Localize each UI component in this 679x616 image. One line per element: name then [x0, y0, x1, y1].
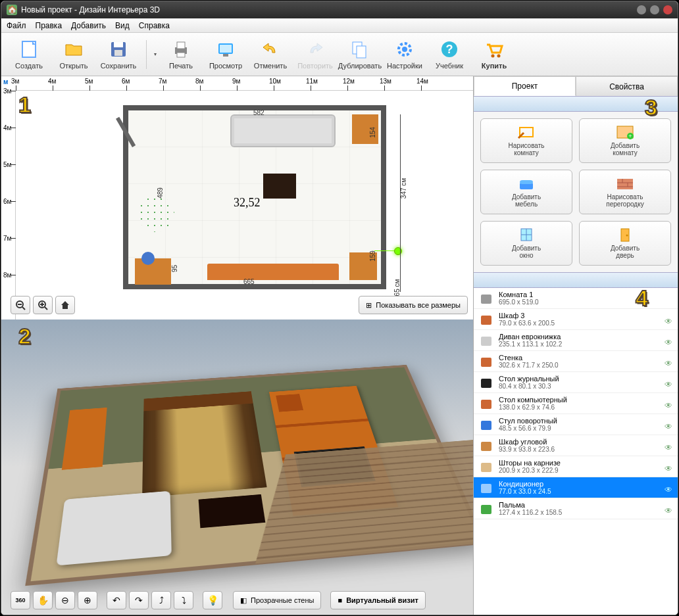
callout-2: 2 [18, 323, 47, 352]
svg-rect-42 [481, 316, 491, 325]
zoom-out-3d-button[interactable]: ⊖ [55, 591, 75, 609]
dim-l-small: 95 [171, 265, 178, 272]
visibility-toggle[interactable]: 👁 [665, 485, 672, 494]
svg-rect-46 [481, 400, 491, 409]
visibility-toggle[interactable]: 👁 [665, 317, 672, 326]
lighting-button[interactable]: 💡 [203, 591, 222, 609]
help-button[interactable]: ?Учебник [427, 35, 472, 74]
home-button[interactable] [55, 296, 75, 314]
undo-button[interactable]: Отменить [248, 35, 293, 74]
menu-Правка[interactable]: Правка [36, 21, 63, 30]
toolbar-dropdown[interactable]: ▾ [152, 51, 159, 57]
view-3d[interactable]: 2 360 ✋ ⊖ [1, 320, 473, 615]
object-item[interactable]: Шкаф угловой93.9 x 93.8 x 223.6👁 [474, 435, 678, 456]
save-button[interactable]: Сохранить [96, 35, 141, 74]
object-item[interactable]: Стол журнальный80.4 x 80.1 x 30.3👁 [474, 372, 678, 393]
door-2d[interactable] [132, 114, 185, 147]
rotate-right-button[interactable]: ↷ [129, 591, 149, 609]
sofa-top-2d[interactable] [230, 114, 336, 147]
object-icon [479, 460, 493, 474]
settings-icon [394, 39, 415, 60]
pan-button[interactable]: ✋ [33, 591, 53, 609]
preview-button[interactable]: Просмотр [203, 35, 248, 74]
svg-rect-31 [617, 179, 633, 189]
svg-rect-47 [481, 421, 491, 430]
open-button[interactable]: Открыть [51, 35, 96, 74]
room-floorplan[interactable]: 32,52 582 665 489 95 [123, 105, 386, 289]
object-item[interactable]: Пальма127.4 x 116.2 x 158.5👁 [474, 498, 678, 519]
plan-view-2d[interactable]: 1 м 3м4м5м6м7м8м9м10м11м12м13м14м 3м4м5м… [1, 76, 473, 320]
object-dimensions: 200.9 x 20.3 x 222.9 [499, 467, 672, 474]
add-furniture-button[interactable]: Добавитьмебель [480, 170, 572, 214]
visibility-toggle[interactable]: 👁 [665, 380, 672, 389]
object-item[interactable]: Шторы на карнизе200.9 x 20.3 x 222.9👁 [474, 456, 678, 477]
app-icon: 🏠 [7, 5, 17, 15]
titlebar: 🏠 Новый проект - Дизайн Интерьера 3D [1, 1, 678, 18]
control-handle[interactable] [394, 247, 402, 255]
visibility-toggle[interactable]: 👁 [665, 422, 672, 431]
svg-rect-8 [220, 45, 232, 53]
plant-2d[interactable] [138, 196, 174, 232]
rotate-left-button[interactable]: ↶ [107, 591, 126, 609]
redo-button[interactable]: Повторить [293, 35, 338, 74]
chair-2d[interactable] [141, 252, 155, 265]
object-item[interactable]: Кондиционер77.0 x 33.0 x 24.5👁 [474, 477, 678, 498]
sofa-3d [56, 491, 171, 566]
add-door-button[interactable]: Добавитьдверь [579, 221, 671, 266]
print-button[interactable]: Печать [159, 35, 203, 74]
zoom-out-button[interactable] [11, 296, 30, 314]
camera-icon: ■ [338, 596, 342, 604]
virtual-tour-button[interactable]: ■ Виртуальный визит [330, 591, 425, 609]
tilt-up-button[interactable]: ⤴ [151, 591, 171, 609]
visibility-toggle[interactable]: 👁 [665, 338, 672, 347]
add-window-button[interactable]: Добавитьокно [480, 221, 572, 266]
draw-room-button[interactable]: Нарисоватькомнату [480, 118, 572, 163]
sofa-bottom-2d[interactable] [207, 264, 339, 280]
zoom-in-button[interactable] [33, 296, 53, 314]
transparent-walls-toggle[interactable]: ◧ Прозрачные стены [233, 591, 321, 609]
object-dimensions: 79.0 x 63.6 x 200.5 [499, 320, 672, 327]
visibility-toggle[interactable]: 👁 [665, 443, 672, 452]
create-button[interactable]: Создать [7, 35, 51, 74]
tilt-down-button[interactable]: ⤵ [174, 591, 193, 609]
dim-r-small3: 65 см [393, 279, 401, 296]
tv-2d[interactable] [263, 174, 296, 199]
duplicate-button[interactable]: Дублировать [338, 35, 382, 74]
menu-Добавить[interactable]: Добавить [71, 21, 106, 30]
buy-icon [484, 39, 505, 60]
visibility-toggle[interactable]: 👁 [665, 464, 672, 473]
show-dimensions-toggle[interactable]: ⊞ Показывать все размеры [359, 296, 468, 314]
action-buttons: Нарисоватькомнату+ДобавитькомнатуДобавит… [474, 112, 678, 272]
visibility-toggle[interactable]: 👁 [665, 506, 672, 515]
settings-button[interactable]: Настройки [382, 35, 427, 74]
close-button[interactable] [663, 5, 672, 14]
object-list[interactable]: Комната 1695.0 x 519.0Шкаф 379.0 x 63.6 … [474, 288, 678, 615]
object-item[interactable]: Стенка302.6 x 71.7 x 250.0👁 [474, 351, 678, 372]
menu-Вид[interactable]: Вид [115, 21, 130, 30]
menu-Справка[interactable]: Справка [139, 21, 170, 30]
svg-rect-49 [481, 463, 491, 472]
object-item[interactable]: Стол компьютерный138.0 x 62.9 x 74.6👁 [474, 393, 678, 414]
create-icon [18, 39, 39, 60]
object-name: Стол журнальный [499, 375, 672, 383]
menu-Файл[interactable]: Файл [7, 21, 26, 30]
dimensions-icon: ⊞ [366, 301, 372, 310]
zoom-in-3d-button[interactable]: ⊕ [78, 591, 97, 609]
object-item[interactable]: Диван еврокнижка235.1 x 113.1 x 102.2👁 [474, 330, 678, 351]
dim-bottom: 665 [243, 278, 255, 285]
tab-project[interactable]: Проект [474, 76, 576, 96]
rotate-360-button[interactable]: 360 [11, 591, 30, 609]
draw-room-icon [517, 125, 536, 139]
visibility-toggle[interactable]: 👁 [665, 359, 672, 368]
object-item[interactable]: Стул поворотный48.5 x 56.6 x 79.9👁 [474, 414, 678, 435]
add-room-button[interactable]: +Добавитькомнату [579, 118, 671, 163]
buy-button[interactable]: Купить [472, 35, 516, 74]
svg-point-40 [626, 235, 628, 237]
maximize-button[interactable] [650, 5, 659, 14]
minimize-button[interactable] [637, 5, 646, 14]
draw-wall-button[interactable]: Нарисоватьперегородку [579, 170, 671, 214]
object-icon [479, 502, 493, 516]
svg-rect-9 [223, 54, 228, 57]
tab-properties[interactable]: Свойства [576, 76, 678, 96]
visibility-toggle[interactable]: 👁 [665, 401, 672, 410]
